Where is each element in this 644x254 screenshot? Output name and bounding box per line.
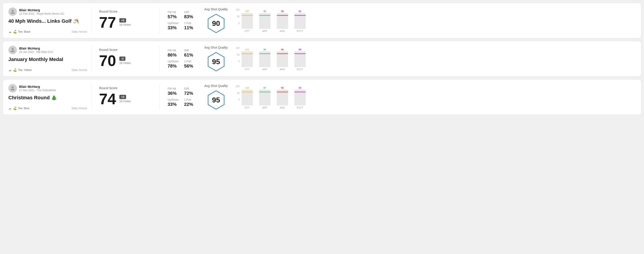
score-badge: -2 18 Holes — [119, 57, 131, 65]
round-card: Blair McHarg 29 Jan 2022 · Mill Ride GCC… — [3, 41, 641, 77]
hexagon-container: 90 — [204, 13, 228, 33]
bar-group-arg: 98 — [276, 10, 289, 29]
round-score-label: Round Score — [99, 86, 152, 90]
stats-section: FW Hit 36% GIR 72% Up/Down 33% 1 Putt 22… — [160, 84, 199, 110]
round-title: January Monthly Medal — [8, 57, 87, 62]
stat-gir: GIR 61% — [184, 49, 195, 58]
player-name: Blair McHarg — [19, 8, 64, 12]
bar-group-ott: 107 — [240, 10, 254, 29]
bottom-info: ☁ ⛳ Tee: Yellow Data: Arccos — [8, 68, 87, 72]
round-score-label: Round Score — [99, 10, 152, 13]
avatar — [8, 46, 17, 54]
stat-up-down: Up/Down 33% — [168, 98, 179, 107]
bar-group-putt: 82 — [293, 10, 307, 29]
bar-group-arg: 96 — [276, 48, 289, 67]
score-badge: +5 18 Holes — [119, 18, 131, 26]
person-icon — [10, 47, 15, 52]
round-card: Blair McHarg 12 Feb 2022 · Royal North D… — [3, 3, 641, 38]
bar-group-app: 86 — [258, 48, 272, 67]
stat-gir: GIR 83% — [184, 10, 195, 19]
person-icon — [10, 9, 15, 14]
bottom-info: ☁ ⛳ Tee: Blue Data: Arccos — [8, 107, 87, 110]
player-date: 12 Feb 2022 · Royal North Devon GC — [19, 12, 64, 15]
stats-grid: FW Hit 36% GIR 72% Up/Down 33% 1 Putt 22… — [168, 87, 195, 107]
player-info: Blair McHarg 29 Jan 2022 · Mill Ride GCC — [8, 46, 87, 54]
holes-label: 18 Holes — [119, 61, 131, 65]
stat-fw-hit: FW Hit 36% — [168, 87, 179, 96]
bar-group-app: 87 — [258, 87, 272, 105]
tee-info: ☁ ⛳ Tee: Blue — [8, 107, 29, 110]
score-row: 70 -2 18 Holes — [99, 53, 152, 68]
stat-up-down: Up/Down 33% — [168, 22, 179, 30]
stat-one-putt: 1 Putt 11% — [184, 22, 195, 30]
hexagon-container: 95 — [204, 52, 228, 72]
tee-label: Tee: Blue — [18, 107, 29, 110]
score-row: 74 +2 18 Holes — [99, 91, 152, 107]
avatar — [8, 84, 17, 93]
score-row: 77 +5 18 Holes — [99, 15, 152, 30]
weather-icon: ☁ — [8, 68, 12, 72]
hexagon: 90 — [206, 13, 226, 33]
stats-section: FW Hit 86% GIR 61% Up/Down 78% 1 Putt 56… — [160, 46, 199, 72]
shot-quality-left: Avg Shot Quality 95 — [204, 84, 228, 110]
bar-group-ott: 110 — [240, 87, 254, 105]
score-section: Round Score 70 -2 18 Holes — [92, 46, 160, 72]
score-number: 74 — [99, 91, 116, 107]
bag-icon: ⛳ — [13, 68, 17, 72]
bar-group-putt: 93 — [293, 87, 307, 105]
bar-group-arg: 95 — [276, 87, 289, 105]
score-number: 77 — [99, 15, 116, 30]
stat-gir: GIR 72% — [184, 87, 195, 96]
bar-group-putt: 99 — [293, 48, 307, 67]
hexagon: 95 — [206, 90, 226, 110]
data-source: Data: Arccos — [72, 68, 87, 72]
shot-quality-left: Avg Shot Quality 90 — [204, 7, 228, 33]
shot-quality-section: Avg Shot Quality 90 100 50 0 — [199, 7, 636, 33]
stats-grid: FW Hit 57% GIR 83% Up/Down 33% 1 Putt 11… — [168, 10, 195, 30]
avg-shot-label: Avg Shot Quality — [204, 7, 228, 11]
shot-quality-chart: 100 50 0 101 86 96 — [233, 47, 307, 71]
person-icon — [10, 86, 15, 91]
score-number: 70 — [99, 53, 116, 68]
hexagon: 95 — [206, 52, 226, 72]
score-section: Round Score 77 +5 18 Holes — [92, 7, 160, 33]
bar-group-app: 95 — [258, 10, 272, 29]
player-date: 27 Dec 2021 · The Oxfordshire — [19, 89, 56, 92]
round-title: Christmas Round 🎄 — [8, 95, 87, 101]
round-left-section: Blair McHarg 12 Feb 2022 · Royal North D… — [8, 7, 92, 33]
shot-quality-chart: 100 50 0 107 95 98 — [233, 8, 307, 32]
stat-up-down: Up/Down 78% — [168, 60, 179, 69]
stat-fw-hit: FW Hit 86% — [168, 49, 179, 58]
player-name: Blair McHarg — [19, 85, 56, 89]
avatar — [8, 7, 17, 16]
hexagon-score: 95 — [212, 58, 220, 66]
holes-label: 18 Holes — [119, 23, 131, 26]
stats-grid: FW Hit 86% GIR 61% Up/Down 78% 1 Putt 56… — [168, 49, 195, 69]
player-name: Blair McHarg — [19, 46, 54, 50]
shot-quality-section: Avg Shot Quality 95 100 50 0 — [199, 46, 636, 72]
tee-label: Tee: Yellow — [18, 68, 32, 72]
score-section: Round Score 74 +2 18 Holes — [92, 84, 160, 110]
round-card: Blair McHarg 27 Dec 2021 · The Oxfordshi… — [3, 79, 641, 115]
avg-shot-label: Avg Shot Quality — [204, 46, 228, 49]
hexagon-score: 90 — [212, 19, 220, 28]
shot-quality-left: Avg Shot Quality 95 — [204, 46, 228, 72]
weather-icon: ☁ — [8, 107, 12, 110]
bag-icon: ⛳ — [13, 30, 17, 33]
score-diff-badge: +5 — [119, 18, 126, 22]
player-info: Blair McHarg 12 Feb 2022 · Royal North D… — [8, 7, 87, 16]
avg-shot-label: Avg Shot Quality — [204, 84, 228, 88]
round-score-label: Round Score — [99, 48, 152, 52]
holes-label: 18 Holes — [119, 100, 131, 103]
shot-quality-section: Avg Shot Quality 95 100 50 0 — [199, 84, 636, 110]
tee-info: ☁ ⛳ Tee: Yellow — [8, 68, 32, 72]
weather-icon: ☁ — [8, 30, 12, 33]
stat-one-putt: 1 Putt 56% — [184, 60, 195, 69]
tee-info: ☁ ⛳ Tee: Black — [8, 30, 30, 33]
shot-quality-chart: 100 50 0 110 87 95 — [233, 85, 307, 109]
data-source: Data: Arccos — [72, 107, 87, 110]
bar-group-ott: 101 — [240, 48, 254, 67]
round-title: 40 Mph Winds... Links Golf 🪃 — [8, 18, 87, 24]
score-diff-badge: +2 — [119, 95, 126, 99]
hexagon-container: 95 — [204, 90, 228, 110]
